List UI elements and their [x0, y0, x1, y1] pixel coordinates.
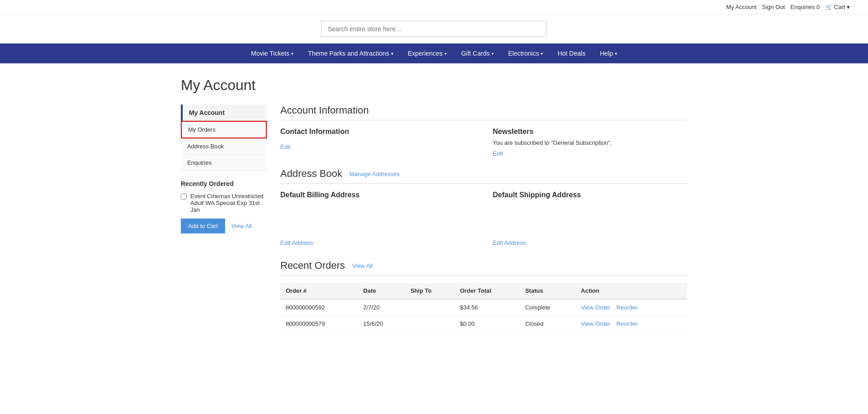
address-book-header: Address Book Manage Addresses	[280, 168, 687, 184]
view-order-link[interactable]: View Order	[581, 304, 610, 311]
view-all-recently-ordered-link[interactable]: View All	[231, 223, 252, 229]
nav-chevron-icon: ▾	[444, 51, 447, 56]
billing-address-label: Default Billing Address	[280, 191, 475, 199]
cart-link[interactable]: 🛒 Cart ▾	[825, 4, 850, 10]
newsletters-label: Newsletters	[493, 128, 687, 136]
billing-address-col: Default Billing Address Edit Address	[280, 191, 475, 246]
page-content: My Account My Account My Orders Address …	[163, 63, 705, 346]
nav-experiences[interactable]: Experiences ▾	[401, 43, 454, 63]
newsletters-col: Newsletters You are subscribed to "Gener…	[493, 128, 687, 157]
order-total: $0.00	[454, 316, 519, 332]
orders-table-header-row: Order # Date Ship To Order Total Status …	[280, 283, 687, 299]
cart-icon: 🛒	[825, 4, 832, 10]
page-title: My Account	[181, 77, 687, 94]
edit-shipping-address-link[interactable]: Edit Address	[493, 239, 526, 246]
cart-chevron-icon: ▾	[847, 4, 850, 10]
account-info-section: Account Information Contact Information …	[280, 105, 687, 157]
nav-hot-deals[interactable]: Hot Deals	[550, 43, 592, 63]
nav-chevron-icon: ▾	[491, 51, 494, 56]
sidebar-item-address-book[interactable]: Address Book	[181, 138, 267, 155]
sidebar-item-my-orders[interactable]: My Orders	[181, 121, 267, 138]
search-input[interactable]	[321, 21, 547, 37]
sign-out-link[interactable]: Sign Out	[762, 4, 785, 10]
col-order-num: Order #	[280, 283, 358, 299]
order-actions: View Order Reorder	[576, 299, 687, 316]
account-info-columns: Contact Information Edit Newsletters You…	[280, 128, 687, 157]
order-status: Complete	[520, 299, 576, 316]
col-status: Status	[520, 283, 576, 299]
address-book-title: Address Book	[280, 168, 342, 180]
recently-ordered-checkbox[interactable]	[181, 194, 187, 200]
order-actions: View Order Reorder	[576, 316, 687, 332]
col-order-total: Order Total	[454, 283, 519, 299]
view-all-orders-link[interactable]: View All	[352, 262, 373, 269]
order-ship-to	[405, 316, 455, 332]
top-bar: My Account Sign Out Enquiries 0 🛒 Cart ▾	[0, 0, 868, 14]
manage-addresses-link[interactable]: Manage Addresses	[349, 171, 400, 177]
reorder-link[interactable]: Reorder	[616, 304, 637, 311]
layout: My Account My Orders Address Book Enquir…	[181, 105, 687, 332]
recent-orders-header: Recent Orders View All	[280, 260, 687, 276]
sidebar: My Account My Orders Address Book Enquir…	[181, 105, 267, 233]
orders-table: Order # Date Ship To Order Total Status …	[280, 283, 687, 332]
enquiries-link[interactable]: Enquiries 0	[790, 4, 820, 10]
recent-orders-title: Recent Orders	[280, 260, 345, 271]
nav-help[interactable]: Help ▾	[593, 43, 624, 63]
address-cols: Default Billing Address Edit Address Def…	[280, 191, 687, 246]
nav-chevron-icon: ▾	[291, 51, 293, 56]
contact-info-col: Contact Information Edit	[280, 128, 475, 157]
shipping-address-col: Default Shipping Address Edit Address	[493, 191, 687, 246]
reorder-link[interactable]: Reorder	[616, 320, 637, 327]
nav-chevron-icon: ▾	[615, 51, 617, 56]
add-to-cart-button[interactable]: Add to Cart	[181, 219, 225, 233]
search-bar	[0, 14, 868, 43]
nav-chevron-icon: ▾	[541, 51, 543, 56]
recent-orders-section: Recent Orders View All Order # Date Ship…	[280, 260, 687, 332]
address-book-section: Address Book Manage Addresses Default Bi…	[280, 168, 687, 246]
col-date: Date	[358, 283, 405, 299]
table-row: 800000000579 15/6/20 $0.00 Closed View O…	[280, 316, 687, 332]
recently-ordered-actions: Add to Cart View All	[181, 219, 267, 233]
main-content: Account Information Contact Information …	[280, 105, 687, 332]
col-ship-to: Ship To	[405, 283, 455, 299]
my-account-link[interactable]: My Account	[726, 4, 756, 10]
account-info-title: Account Information	[280, 105, 687, 120]
table-row: 800000000592 2/7/20 $34.56 Complete View…	[280, 299, 687, 316]
edit-billing-address-link[interactable]: Edit Address	[280, 239, 313, 246]
nav-theme-parks[interactable]: Theme Parks and Attractions ▾	[301, 43, 401, 63]
nav-electronics[interactable]: Electronics ▾	[501, 43, 550, 63]
recently-ordered-item: Event Cinemas Unrestricted Adult WA Spec…	[181, 193, 267, 213]
recently-ordered-section: Recently Ordered Event Cinemas Unrestric…	[181, 180, 267, 233]
order-total: $34.56	[454, 299, 519, 316]
nav-gift-cards[interactable]: Gift Cards ▾	[454, 43, 501, 63]
nav-chevron-icon: ▾	[391, 51, 393, 56]
edit-contact-link[interactable]: Edit	[280, 143, 290, 150]
order-num: 800000000579	[280, 316, 358, 332]
order-status: Closed	[520, 316, 576, 332]
sidebar-section: My Account My Orders Address Book Enquir…	[181, 105, 267, 171]
order-num: 800000000592	[280, 299, 358, 316]
nav-movie-tickets[interactable]: Movie Tickets ▾	[244, 43, 301, 63]
col-action: Action	[576, 283, 687, 299]
shipping-address-label: Default Shipping Address	[493, 191, 687, 199]
contact-info-label: Contact Information	[280, 128, 475, 136]
sidebar-item-enquiries[interactable]: Enquiries	[181, 155, 267, 171]
view-order-link[interactable]: View Order	[581, 320, 610, 327]
cart-label: Cart	[834, 4, 845, 10]
order-date: 2/7/20	[358, 299, 405, 316]
recently-ordered-item-label: Event Cinemas Unrestricted Adult WA Spec…	[190, 193, 267, 213]
order-ship-to	[405, 299, 455, 316]
recently-ordered-title: Recently Ordered	[181, 180, 267, 187]
sidebar-title: My Account	[181, 105, 267, 121]
nav-bar: Movie Tickets ▾ Theme Parks and Attracti…	[0, 43, 868, 63]
order-date: 15/6/20	[358, 316, 405, 332]
edit-newsletter-link[interactable]: Edit	[493, 150, 503, 157]
newsletters-text: You are subscribed to "General Subscript…	[493, 139, 687, 146]
